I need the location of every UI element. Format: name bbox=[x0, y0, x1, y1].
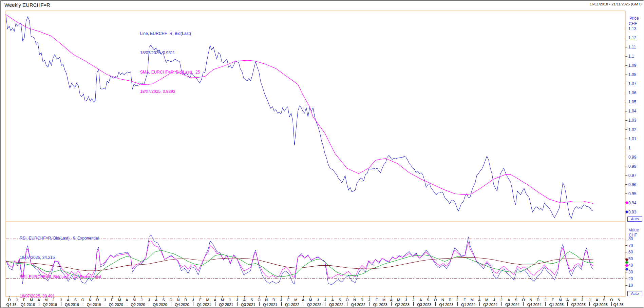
month-label-37: J bbox=[280, 298, 282, 302]
month-label-14: F bbox=[111, 298, 113, 302]
value-tick-label-10: 10 bbox=[628, 283, 633, 288]
rsi-legend: RSI, EURCHF=R, Bid(Last), 9, Exponential… bbox=[20, 222, 114, 308]
price-tick-label-0.98: 0.98 bbox=[628, 164, 636, 169]
price-tick-mark-1.1 bbox=[625, 56, 627, 57]
month-label-68: A bbox=[508, 298, 510, 302]
price-tick-label-0.94: 0.94 bbox=[628, 201, 636, 205]
month-tick-4 bbox=[39, 296, 39, 297]
month-tick-51 bbox=[384, 296, 384, 297]
month-tick-20 bbox=[156, 296, 157, 297]
month-label-34: O bbox=[258, 298, 261, 302]
quarter-separator-3 bbox=[61, 302, 61, 306]
quarter-label-Q2-2024: Q2 2024 bbox=[483, 303, 497, 307]
month-label-74: F bbox=[552, 298, 554, 302]
month-label-39: M bbox=[294, 298, 297, 302]
quarter-separator-12 bbox=[259, 302, 260, 306]
price-tick-mark-0.97 bbox=[625, 175, 627, 176]
month-tick-43 bbox=[325, 296, 325, 297]
month-label-61: J bbox=[456, 298, 458, 302]
month-label-82: O bbox=[610, 298, 613, 302]
month-label-49: J bbox=[368, 298, 371, 302]
price-tick-mark-0.98 bbox=[625, 166, 627, 166]
month-label-75: M bbox=[559, 298, 562, 302]
month-label-66: J bbox=[493, 298, 495, 302]
month-label-16: A bbox=[126, 298, 128, 302]
month-label-70: O bbox=[522, 298, 525, 302]
month-tick-35 bbox=[266, 296, 267, 297]
month-tick-0 bbox=[10, 296, 10, 297]
price-tick-label-1.12: 1.12 bbox=[628, 36, 636, 40]
month-label-23: N bbox=[177, 298, 180, 302]
month-tick-16 bbox=[127, 296, 127, 297]
price-tick-mark-1.13 bbox=[625, 29, 627, 29]
month-tick-15 bbox=[119, 296, 120, 297]
rsi-auto-scale-button[interactable]: Auto bbox=[627, 291, 642, 296]
quarter-separator-17 bbox=[369, 302, 370, 306]
month-tick-40 bbox=[303, 296, 304, 297]
quarter-label-Q1-2022: Q1 2022 bbox=[285, 303, 299, 307]
month-tick-7 bbox=[61, 296, 61, 297]
price-tick-mark-0.96 bbox=[625, 184, 627, 185]
month-label-42: J bbox=[317, 298, 319, 302]
price-tick-label-0.99: 0.99 bbox=[628, 155, 636, 160]
quarter-separator-18 bbox=[391, 302, 392, 306]
month-label-55: J bbox=[412, 298, 414, 302]
price-tick-label-1.07: 1.07 bbox=[628, 81, 636, 86]
rsi9-legend-label: RSI, EURCHF=R, Bid(Last), 9, Exponential bbox=[20, 235, 114, 242]
quarter-label-Q2-2023: Q2 2023 bbox=[395, 303, 409, 307]
month-tick-57 bbox=[428, 296, 429, 297]
month-tick-72 bbox=[538, 296, 538, 297]
month-label-76: A bbox=[566, 298, 569, 302]
month-tick-78 bbox=[582, 296, 583, 297]
quarter-label-Q2-2020: Q2 2020 bbox=[131, 303, 145, 307]
quarter-label-Q3-2024: Q3 2024 bbox=[505, 303, 519, 307]
quarter-separator-13 bbox=[281, 302, 282, 306]
price-tick-label-1.05: 1.05 bbox=[628, 100, 636, 104]
month-label-48: D bbox=[361, 298, 363, 302]
price-tick-mark-1.08 bbox=[625, 75, 627, 75]
value-tick-mark-30 bbox=[625, 272, 627, 272]
quarter-label-Q3-2022: Q3 2022 bbox=[329, 303, 343, 307]
quarter-label-Q4-2022: Q4 2022 bbox=[351, 303, 365, 307]
price-auto-scale-button[interactable]: Auto bbox=[627, 217, 642, 222]
quarter-separator-14 bbox=[303, 302, 303, 306]
quarter-label-Q1-2019: Q1 2019 bbox=[21, 303, 35, 307]
quarter-label-Q2-2019: Q2 2019 bbox=[43, 303, 57, 307]
quarter-label-Q4-25: Q4 25 bbox=[613, 303, 624, 307]
month-label-29: M bbox=[221, 298, 224, 302]
month-label-73: J bbox=[545, 298, 547, 302]
month-tick-73 bbox=[546, 296, 546, 297]
month-tick-22 bbox=[171, 296, 171, 297]
month-label-72: D bbox=[537, 298, 539, 302]
month-tick-32 bbox=[244, 296, 245, 297]
month-tick-9 bbox=[76, 296, 76, 297]
month-label-59: N bbox=[441, 298, 444, 302]
value-tick-label-40: 40 bbox=[628, 263, 633, 268]
quarter-label-Q4-2023: Q4 2023 bbox=[439, 303, 453, 307]
month-tick-3 bbox=[32, 296, 32, 297]
month-label-25: J bbox=[192, 298, 194, 302]
month-tick-58 bbox=[435, 296, 436, 297]
month-tick-18 bbox=[141, 296, 142, 297]
price-axis-title: Price bbox=[629, 16, 639, 21]
month-tick-81 bbox=[604, 296, 605, 297]
price-tick-label-1.13: 1.13 bbox=[628, 26, 636, 31]
month-label-8: A bbox=[67, 298, 69, 302]
month-tick-48 bbox=[362, 296, 362, 297]
quarter-label-Q1-2020: Q1 2020 bbox=[109, 303, 123, 307]
month-tick-33 bbox=[252, 296, 252, 297]
price-legend: Line, EURCHF=R, Bid(Last) 18/07/2025, 0.… bbox=[140, 18, 200, 108]
month-tick-2 bbox=[24, 296, 24, 297]
quarter-label-Q2-2025: Q2 2025 bbox=[571, 303, 586, 307]
month-label-40: A bbox=[302, 298, 304, 302]
price-tick-label-1.09: 1.09 bbox=[628, 63, 636, 68]
month-label-78: J bbox=[581, 298, 583, 302]
value-tick-label-50: 50 bbox=[628, 256, 633, 261]
price-legend-line-label: Line, EURCHF=R, Bid(Last) bbox=[140, 30, 200, 37]
quarter-separator-9 bbox=[193, 302, 193, 306]
month-label-27: M bbox=[206, 298, 209, 302]
quarter-separator-21 bbox=[457, 302, 458, 306]
month-tick-42 bbox=[318, 296, 318, 297]
price-tick-label-1.08: 1.08 bbox=[628, 72, 636, 77]
price-legend-sma-label: SMA, EURCHF=R, Bid(Last), 25 bbox=[140, 69, 200, 76]
